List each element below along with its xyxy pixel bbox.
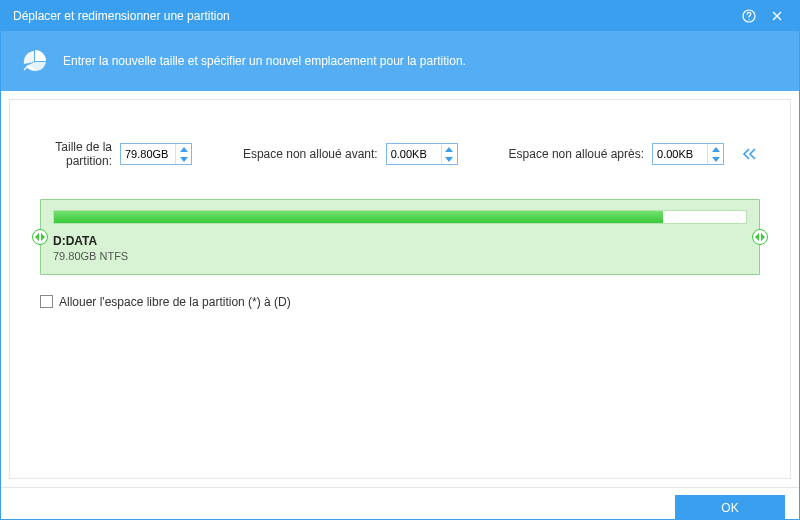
before-label: Espace non alloué avant: <box>243 147 378 161</box>
before-field[interactable] <box>387 144 441 164</box>
partition-usage-bar <box>53 210 747 224</box>
after-label: Espace non alloué après: <box>509 147 644 161</box>
allocate-checkbox[interactable] <box>40 295 53 308</box>
before-step-up[interactable] <box>442 144 457 154</box>
unalloc-before-input[interactable] <box>386 143 458 165</box>
partition-card[interactable]: D:DATA 79.80GB NTFS <box>40 199 760 275</box>
size-label: Taille de la partition: <box>40 140 112 169</box>
partition-name: D:DATA <box>53 234 747 248</box>
help-icon[interactable] <box>735 2 763 30</box>
size-field[interactable] <box>121 144 175 164</box>
resize-handle-left[interactable] <box>32 229 48 245</box>
banner-text: Entrer la nouvelle taille et spécifier u… <box>63 54 466 68</box>
chevron-left-double-icon[interactable] <box>738 143 760 165</box>
resize-handle-right[interactable] <box>752 229 768 245</box>
partition-subtitle: 79.80GB NTFS <box>53 250 747 262</box>
after-field[interactable] <box>653 144 707 164</box>
size-step-up[interactable] <box>176 144 191 154</box>
banner: Entrer la nouvelle taille et spécifier u… <box>1 31 799 91</box>
size-row: Taille de la partition: Espace non allou… <box>40 140 760 169</box>
content-area: Taille de la partition: Espace non allou… <box>9 99 791 479</box>
footer: OK <box>1 487 799 520</box>
after-step-down[interactable] <box>708 154 723 164</box>
allocate-label: Allouer l'espace libre de la partition (… <box>59 295 291 309</box>
ok-button[interactable]: OK <box>675 495 785 521</box>
close-icon[interactable] <box>763 2 791 30</box>
partition-size-input[interactable] <box>120 143 192 165</box>
partition-usage-fill <box>54 211 663 223</box>
size-step-down[interactable] <box>176 154 191 164</box>
after-step-up[interactable] <box>708 144 723 154</box>
unalloc-after-input[interactable] <box>652 143 724 165</box>
window-title: Déplacer et redimensionner une partition <box>13 9 735 23</box>
partition-icon <box>21 47 49 75</box>
before-step-down[interactable] <box>442 154 457 164</box>
svg-point-1 <box>748 19 749 20</box>
titlebar: Déplacer et redimensionner une partition <box>1 1 799 31</box>
allocate-free-space-row: Allouer l'espace libre de la partition (… <box>40 295 760 309</box>
